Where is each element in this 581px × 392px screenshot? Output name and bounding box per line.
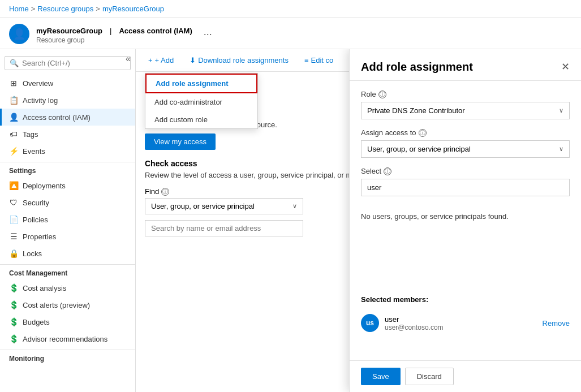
panel-footer: Save Discard bbox=[350, 360, 581, 392]
save-button[interactable]: Save bbox=[361, 368, 401, 385]
discard-button[interactable]: Discard bbox=[405, 368, 454, 385]
role-field-group: Role ⓘ Private DNS Zone Contributor ∨ bbox=[361, 90, 570, 119]
find-type-dropdown[interactable]: User, group, or service principal ∨ bbox=[145, 198, 303, 214]
sidebar-item-deployments[interactable]: 🔼 Deployments bbox=[0, 177, 135, 194]
add-role-assignment-panel: Add role assignment ✕ Role ⓘ Private DNS… bbox=[349, 49, 581, 392]
sidebar-item-overview[interactable]: ⊞ Overview bbox=[0, 75, 135, 92]
sidebar-search-input[interactable] bbox=[22, 59, 126, 67]
no-results-message: No users, groups, or service principals … bbox=[361, 205, 570, 227]
assign-access-dropdown[interactable]: User, group, or service principal ∨ bbox=[361, 140, 570, 158]
edit-label: Edit co bbox=[311, 56, 334, 64]
overview-icon: ⊞ bbox=[9, 79, 18, 88]
sidebar-item-label: Activity log bbox=[23, 96, 58, 105]
sidebar-item-tags[interactable]: 🏷 Tags bbox=[0, 126, 135, 143]
avatar: 👤 bbox=[9, 24, 29, 44]
panel-close-button[interactable]: ✕ bbox=[561, 61, 570, 73]
add-dropdown-menu: Add role assignment Add co-administrator… bbox=[145, 73, 258, 129]
view-my-access-button[interactable]: View my access bbox=[145, 133, 216, 150]
ellipsis-menu[interactable]: ··· bbox=[204, 28, 212, 40]
breadcrumb-resource-groups[interactable]: Resource groups bbox=[37, 5, 93, 13]
search-by-name-input[interactable] bbox=[145, 220, 303, 236]
assign-access-label: Assign access to ⓘ bbox=[361, 128, 570, 137]
sidebar-search-box[interactable]: 🔍 bbox=[5, 56, 131, 70]
find-type-value: User, group, or service principal bbox=[151, 202, 255, 210]
page-header: 👤 myResourceGroup | Access control (IAM)… bbox=[0, 18, 581, 49]
monitoring-section-label: Monitoring bbox=[0, 350, 135, 365]
properties-icon: ☰ bbox=[9, 232, 18, 241]
breadcrumb-home[interactable]: Home bbox=[9, 5, 29, 13]
sidebar-item-cost-alerts[interactable]: 💲 Cost alerts (preview) bbox=[0, 296, 135, 313]
sidebar-item-label: Events bbox=[23, 147, 45, 156]
budgets-icon: 💲 bbox=[9, 317, 18, 326]
advisor-icon: 💲 bbox=[9, 334, 18, 343]
title-area: myResourceGroup | Access control (IAM) R… bbox=[36, 24, 192, 44]
sidebar-item-budgets[interactable]: 💲 Budgets bbox=[0, 313, 135, 330]
download-icon: ⬇ bbox=[190, 56, 196, 64]
access-control-icon: 👤 bbox=[9, 113, 18, 122]
member-avatar: us bbox=[361, 314, 379, 332]
sidebar-item-events[interactable]: ⚡ Events bbox=[0, 143, 135, 160]
panel-title: Add role assignment bbox=[361, 61, 473, 74]
sidebar-item-access-control[interactable]: 👤 Access control (IAM) bbox=[0, 109, 135, 126]
main-layout: « 🔍 ⊞ Overview 📋 Activity log 👤 Access c… bbox=[0, 49, 581, 392]
panel-body: Role ⓘ Private DNS Zone Contributor ∨ As… bbox=[350, 81, 581, 360]
assign-info-icon[interactable]: ⓘ bbox=[419, 129, 427, 137]
download-label: Download role assignments bbox=[198, 56, 289, 64]
settings-section-label: Settings bbox=[0, 162, 135, 177]
role-dropdown[interactable]: Private DNS Zone Contributor ∨ bbox=[361, 102, 570, 119]
cost-management-section-label: Cost Management bbox=[0, 264, 135, 279]
member-info: user user@contoso.com bbox=[385, 315, 537, 331]
add-co-administrator-menu-item[interactable]: Add co-administrator bbox=[145, 93, 257, 111]
role-label: Role ⓘ bbox=[361, 90, 570, 98]
select-input[interactable] bbox=[361, 179, 570, 196]
add-icon: + bbox=[148, 56, 153, 64]
add-label: + Add bbox=[155, 56, 174, 64]
role-info-icon[interactable]: ⓘ bbox=[378, 91, 386, 98]
breadcrumb-sep2: > bbox=[96, 5, 100, 13]
download-button[interactable]: ⬇ Download role assignments bbox=[186, 54, 292, 67]
cost-analysis-icon: 💲 bbox=[9, 283, 18, 292]
sidebar-item-label: Cost analysis bbox=[23, 284, 66, 292]
collapse-sidebar-button[interactable]: « bbox=[121, 51, 135, 66]
member-email: user@contoso.com bbox=[385, 324, 537, 331]
assign-chevron-icon: ∨ bbox=[559, 145, 563, 153]
sidebar-item-label: Overview bbox=[23, 79, 53, 88]
sidebar-item-security[interactable]: 🛡 Security bbox=[0, 194, 135, 211]
member-remove-link[interactable]: Remove bbox=[543, 319, 570, 328]
select-label: Select ⓘ bbox=[361, 167, 570, 175]
role-chevron-icon: ∨ bbox=[559, 107, 563, 114]
member-item: us user user@contoso.com Remove bbox=[361, 309, 570, 337]
selected-members-section: Selected members: us user user@contoso.c… bbox=[361, 295, 570, 337]
select-info-icon[interactable]: ⓘ bbox=[384, 167, 391, 175]
sidebar-item-locks[interactable]: 🔒 Locks bbox=[0, 245, 135, 262]
panel-header: Add role assignment ✕ bbox=[350, 49, 581, 81]
edit-icon: ≡ bbox=[304, 56, 309, 64]
edit-button[interactable]: ≡ Edit co bbox=[301, 54, 337, 67]
breadcrumb: Home > Resource groups > myResourceGroup bbox=[0, 0, 581, 18]
tags-icon: 🏷 bbox=[9, 130, 18, 139]
member-name: user bbox=[385, 315, 537, 324]
sidebar-item-activity-log[interactable]: 📋 Activity log bbox=[0, 92, 135, 109]
activity-log-icon: 📋 bbox=[9, 96, 18, 105]
sidebar-item-properties[interactable]: ☰ Properties bbox=[0, 228, 135, 245]
sidebar-item-cost-analysis[interactable]: 💲 Cost analysis bbox=[0, 279, 135, 296]
add-custom-role-menu-item[interactable]: Add custom role bbox=[145, 111, 257, 128]
breadcrumb-sep1: > bbox=[31, 5, 36, 13]
add-button[interactable]: + + Add bbox=[145, 54, 177, 67]
sidebar-item-policies[interactable]: 📄 Policies bbox=[0, 211, 135, 228]
role-value: Private DNS Zone Contributor bbox=[367, 106, 465, 115]
sidebar-item-advisor[interactable]: 💲 Advisor recommendations bbox=[0, 330, 135, 347]
cost-alerts-icon: 💲 bbox=[9, 300, 18, 309]
breadcrumb-current[interactable]: myResourceGroup bbox=[102, 5, 164, 13]
sidebar-item-label: Properties bbox=[23, 232, 56, 241]
find-info-icon[interactable]: ⓘ bbox=[161, 188, 169, 196]
sidebar: « 🔍 ⊞ Overview 📋 Activity log 👤 Access c… bbox=[0, 49, 136, 392]
sidebar-item-label: Budgets bbox=[23, 318, 50, 326]
dropdown-chevron-icon: ∨ bbox=[292, 203, 297, 210]
add-role-assignment-menu-item[interactable]: Add role assignment bbox=[145, 74, 257, 93]
security-icon: 🛡 bbox=[9, 198, 18, 207]
sidebar-item-label: Advisor recommendations bbox=[23, 335, 107, 343]
sidebar-item-label: Deployments bbox=[23, 182, 66, 190]
assign-access-field-group: Assign access to ⓘ User, group, or servi… bbox=[361, 128, 570, 158]
events-icon: ⚡ bbox=[9, 147, 18, 156]
